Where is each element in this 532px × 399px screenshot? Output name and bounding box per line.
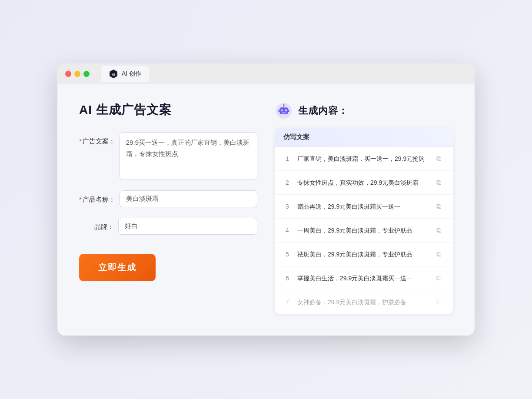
copy-button[interactable]: ⧉ xyxy=(433,296,444,308)
result-item: 1 厂家直销，美白淡斑霜，买一送一，29.9元抢购 ⧉ xyxy=(275,147,453,171)
result-number: 5 xyxy=(283,251,291,258)
ad-copy-input[interactable] xyxy=(120,132,257,180)
brand-label: 品牌： xyxy=(79,218,114,232)
copy-button[interactable]: ⧉ xyxy=(433,249,444,260)
result-item: 7 女神必备，29.9元美白淡斑霜，护肤必备 ⧉ xyxy=(275,290,453,314)
browser-window: AI AI 创作 AI 生成广告文案 *广告文案： *产品名称： xyxy=(57,63,475,336)
required-star-2: * xyxy=(79,196,82,203)
copy-button[interactable]: ⧉ xyxy=(433,225,444,236)
result-text: 厂家直销，美白淡斑霜，买一送一，29.9元抢购 xyxy=(297,154,427,163)
traffic-lights xyxy=(65,71,90,77)
product-name-input[interactable] xyxy=(120,190,257,207)
result-item: 6 掌握美白生活，29.9元美白淡斑霜买一送一 ⧉ xyxy=(275,266,453,290)
generate-button[interactable]: 立即生成 xyxy=(79,254,156,281)
result-text: 赠品再送，29.9元美白淡斑霜买一送一 xyxy=(297,202,427,211)
product-name-label: *产品名称： xyxy=(79,190,115,205)
result-text: 专抹女性斑点，真实功效，29.9元美白淡斑霜 xyxy=(297,178,427,187)
right-header: 生成内容： xyxy=(275,102,453,120)
result-item: 4 一周美白，29.9元美白淡斑霜，专业护肤品 ⧉ xyxy=(275,219,453,243)
result-number: 1 xyxy=(283,155,291,162)
robot-icon xyxy=(275,102,293,120)
right-title: 生成内容： xyxy=(298,104,348,117)
close-button[interactable] xyxy=(65,71,71,77)
ad-copy-row: *广告文案： xyxy=(79,132,257,180)
svg-rect-11 xyxy=(279,110,280,112)
page-title: AI 生成广告文案 xyxy=(79,102,257,118)
copy-button[interactable]: ⧉ xyxy=(433,153,444,164)
left-panel: AI 生成广告文案 *广告文案： *产品名称： 品牌： xyxy=(79,102,257,314)
result-text: 一周美白，29.9元美白淡斑霜，专业护肤品 xyxy=(297,226,427,235)
result-text: 女神必备，29.9元美白淡斑霜，护肤必备 xyxy=(297,297,427,307)
ai-tab-icon: AI xyxy=(109,69,118,79)
svg-point-7 xyxy=(286,110,286,111)
result-item: 2 专抹女性斑点，真实功效，29.9元美白淡斑霜 ⧉ xyxy=(275,171,453,195)
brand-row: 品牌： xyxy=(79,218,257,235)
copy-button[interactable]: ⧉ xyxy=(433,273,444,284)
copy-button[interactable]: ⧉ xyxy=(433,201,444,212)
ai-tab[interactable]: AI AI 创作 xyxy=(101,66,149,82)
browser-titlebar: AI AI 创作 xyxy=(57,63,475,84)
result-number: 3 xyxy=(283,203,291,210)
svg-text:AI: AI xyxy=(112,72,115,76)
tab-label: AI 创作 xyxy=(122,70,141,78)
result-text: 掌握美白生活，29.9元美白淡斑霜买一送一 xyxy=(297,273,427,283)
result-number: 7 xyxy=(283,299,291,306)
result-number: 2 xyxy=(283,179,291,186)
result-text: 祛斑美白，29.9元美白淡斑霜，专业护肤品 xyxy=(297,249,427,259)
result-number: 4 xyxy=(283,227,291,234)
result-item: 5 祛斑美白，29.9元美白淡斑霜，专业护肤品 ⧉ xyxy=(275,243,453,266)
svg-point-9 xyxy=(283,104,285,106)
browser-content: AI 生成广告文案 *广告文案： *产品名称： 品牌： xyxy=(57,84,475,336)
result-item: 3 赠品再送，29.9元美白淡斑霜买一送一 ⧉ xyxy=(275,195,453,219)
result-number: 6 xyxy=(283,275,291,282)
ad-copy-label: *广告文案： xyxy=(79,132,115,146)
product-name-row: *产品名称： xyxy=(79,190,257,207)
results-header: 仿写文案 xyxy=(275,128,453,147)
copy-button[interactable]: ⧉ xyxy=(433,177,444,188)
brand-input[interactable] xyxy=(118,218,257,235)
right-panel: 生成内容： 仿写文案 1 厂家直销，美白淡斑霜，买一送一，29.9元抢购 ⧉ 2… xyxy=(275,102,453,314)
maximize-button[interactable] xyxy=(83,71,90,77)
svg-point-6 xyxy=(281,110,282,111)
required-star: * xyxy=(79,137,82,145)
results-panel: 仿写文案 1 厂家直销，美白淡斑霜，买一送一，29.9元抢购 ⧉ 2 专抹女性斑… xyxy=(275,128,453,314)
svg-rect-10 xyxy=(282,113,286,113)
results-list: 1 厂家直销，美白淡斑霜，买一送一，29.9元抢购 ⧉ 2 专抹女性斑点，真实功… xyxy=(275,147,453,314)
minimize-button[interactable] xyxy=(74,71,80,77)
svg-rect-12 xyxy=(288,110,289,112)
